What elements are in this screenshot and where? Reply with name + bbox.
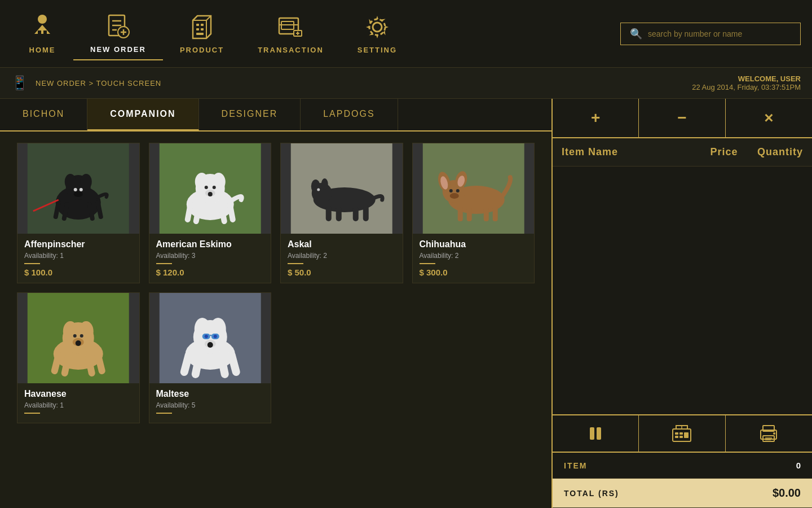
breadcrumb: 📱 NEW ORDER > TOUCH SCREEN <box>11 75 161 91</box>
svg-rect-12 <box>201 24 204 26</box>
product-affenpinscher[interactable]: Affenpinscher Availability: 1 $ 100.0 <box>17 143 140 283</box>
svg-point-30 <box>80 188 83 191</box>
tab-companion[interactable]: COMPANION <box>87 99 198 130</box>
product-havanese[interactable]: Havanese Availability: 1 <box>17 292 140 423</box>
svg-point-79 <box>73 334 77 338</box>
breadcrumb-bar: 📱 NEW ORDER > TOUCH SCREEN WELCOME, USER… <box>0 68 812 99</box>
product-info-askal: Askal Availability: 2 $ 50.0 <box>281 234 403 283</box>
nav-product-label: PRODUCT <box>180 46 224 54</box>
svg-rect-70 <box>457 207 462 221</box>
nav-new-order-label: NEW ORDER <box>90 45 146 54</box>
svg-rect-59 <box>363 205 369 221</box>
svg-point-28 <box>81 174 92 190</box>
add-button[interactable]: + <box>553 99 639 137</box>
tab-lapdogs[interactable]: LAPDOGS <box>301 99 398 130</box>
svg-line-46 <box>187 204 190 220</box>
left-panel: BICHON COMPANION DESIGNER LAPDOGS <box>0 99 553 508</box>
total-value: $0.00 <box>773 487 801 500</box>
product-divider <box>288 263 303 264</box>
svg-line-35 <box>98 203 101 217</box>
product-american-eskimo[interactable]: American Eskimo Availability: 3 $ 120.0 <box>149 143 272 283</box>
product-img-affenpinscher <box>17 143 139 234</box>
nav-transaction[interactable]: TRANSACTION <box>241 7 341 60</box>
product-info-maltese: Maltese Availability: 5 <box>149 383 271 423</box>
svg-point-31 <box>74 191 83 197</box>
svg-rect-103 <box>590 427 594 440</box>
nav-items: HOME NEW ORDER <box>11 7 620 60</box>
svg-point-68 <box>456 189 459 192</box>
order-items-list <box>553 167 812 414</box>
nav-new-order[interactable]: NEW ORDER <box>73 7 163 60</box>
product-img-american-eskimo <box>149 143 271 234</box>
svg-rect-57 <box>336 207 342 221</box>
product-name: Askal <box>288 239 396 249</box>
svg-rect-110 <box>679 436 683 438</box>
svg-point-55 <box>317 189 320 191</box>
product-name: American Eskimo <box>156 239 264 249</box>
tabs: BICHON COMPANION DESIGNER LAPDOGS <box>0 99 551 132</box>
svg-rect-106 <box>675 432 678 435</box>
products-grid: Affenpinscher Availability: 1 $ 100.0 <box>17 143 535 423</box>
order-controls: + − × <box>553 99 812 138</box>
svg-rect-104 <box>597 427 601 440</box>
product-img-havanese <box>17 293 139 383</box>
col-price: Price <box>701 146 747 158</box>
product-availability: Availability: 5 <box>156 401 264 409</box>
svg-point-98 <box>207 342 213 348</box>
svg-line-47 <box>196 207 198 221</box>
datetime-text: 22 Aug 2014, Friday, 03:37:51PM <box>692 83 801 91</box>
svg-rect-58 <box>353 207 359 221</box>
svg-line-33 <box>64 204 67 218</box>
product-price: $ 50.0 <box>288 268 396 277</box>
nav-setting[interactable]: SETTING <box>341 7 414 60</box>
product-price: $ 120.0 <box>156 268 264 277</box>
search-icon: 🔍 <box>630 28 642 40</box>
svg-rect-11 <box>196 24 199 26</box>
nav-product[interactable]: PRODUCT <box>163 7 241 60</box>
svg-rect-73 <box>492 207 497 221</box>
svg-point-78 <box>79 321 94 341</box>
svg-line-85 <box>89 357 92 373</box>
svg-line-34 <box>90 204 92 218</box>
close-button[interactable]: × <box>726 99 812 137</box>
col-quantity: Quantity <box>747 146 803 158</box>
svg-rect-108 <box>684 432 689 438</box>
product-img-maltese <box>149 293 271 383</box>
svg-point-42 <box>204 186 208 189</box>
product-maltese[interactable]: Maltese Availability: 5 <box>149 292 272 423</box>
breadcrumb-text: NEW ORDER > TOUCH SCREEN <box>36 79 161 87</box>
product-info-affenpinscher: Affenpinscher Availability: 1 $ 100.0 <box>17 234 139 283</box>
products-area: Affenpinscher Availability: 1 $ 100.0 <box>0 132 551 508</box>
product-availability: Availability: 2 <box>288 252 396 260</box>
product-chihuahua[interactable]: Chihuahua Availability: 2 $ 300.0 <box>412 143 535 283</box>
search-area[interactable]: 🔍 <box>620 23 801 45</box>
print-button[interactable] <box>726 415 812 452</box>
product-divider <box>24 413 40 414</box>
item-value: 0 <box>796 461 801 470</box>
product-info-chihuahua: Chihuahua Availability: 2 $ 300.0 <box>413 234 535 283</box>
product-name: Maltese <box>156 389 264 399</box>
svg-point-77 <box>63 321 78 341</box>
nav-home[interactable]: HOME <box>11 7 73 60</box>
svg-line-83 <box>55 355 59 371</box>
home-icon <box>28 13 56 41</box>
search-input[interactable] <box>648 29 791 38</box>
tab-bichon[interactable]: BICHON <box>0 99 87 130</box>
product-divider <box>156 413 172 414</box>
product-price: $ 100.0 <box>24 268 133 277</box>
pause-button[interactable] <box>553 415 639 452</box>
register-button[interactable] <box>639 415 725 452</box>
product-availability: Availability: 2 <box>420 252 528 260</box>
svg-rect-107 <box>679 432 683 435</box>
svg-point-54 <box>321 178 328 190</box>
item-total-row: ITEM 0 <box>553 453 812 479</box>
product-divider <box>24 263 40 264</box>
subtract-button[interactable]: − <box>639 99 725 137</box>
tab-designer[interactable]: DESIGNER <box>199 99 301 130</box>
product-price: $ 300.0 <box>420 268 528 277</box>
svg-point-69 <box>449 193 458 199</box>
product-askal[interactable]: Askal Availability: 2 $ 50.0 <box>280 143 403 283</box>
svg-point-45 <box>208 192 212 196</box>
main-content: BICHON COMPANION DESIGNER LAPDOGS <box>0 99 812 508</box>
user-info: WELCOME, USER 22 Aug 2014, Friday, 03:37… <box>692 75 801 91</box>
